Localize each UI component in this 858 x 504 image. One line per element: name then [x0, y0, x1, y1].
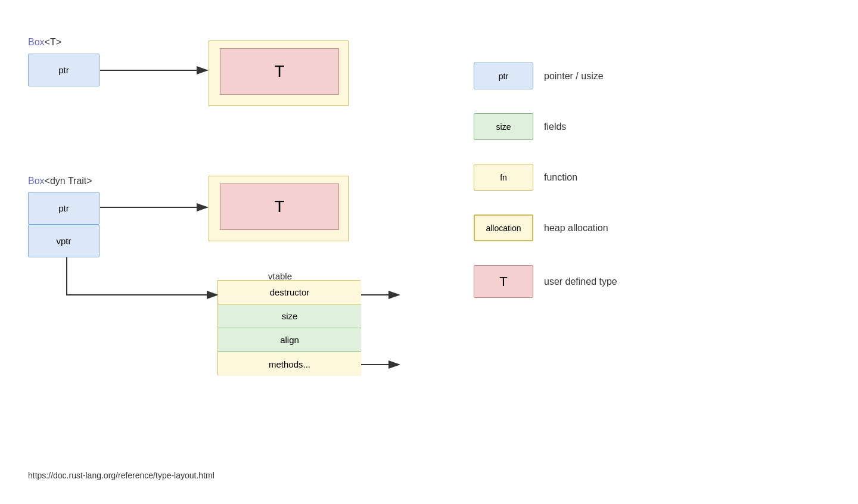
diagram-container: Box<T> ptr T Box<dyn Trait> ptr vptr T v…: [0, 0, 858, 504]
box-t-heap-outer: T: [209, 41, 349, 106]
legend-ptr-box: ptr: [474, 63, 533, 89]
box-t-label: Box<T>: [28, 37, 61, 48]
vtable-row-destructor: destructor: [218, 281, 361, 304]
legend-udt: T user defined type: [474, 265, 617, 298]
box-t-ptr-cell: ptr: [28, 54, 100, 86]
box-dyn-vptr-cell: vptr: [28, 225, 100, 257]
legend-fields: size fields: [474, 113, 566, 140]
vtable-outer: destructor size align methods...: [217, 280, 360, 375]
legend-udt-box: T: [474, 265, 533, 298]
box-dyn-heap-outer: T: [209, 176, 349, 241]
arrows-svg: [0, 0, 858, 504]
legend-allocation-box: allocation: [474, 214, 533, 241]
vtable-row-align: align: [218, 328, 361, 352]
vtable-row-size: size: [218, 304, 361, 328]
vtable-row-methods: methods...: [218, 352, 361, 376]
legend-fn: fn function: [474, 164, 577, 191]
box-dyn-ptr-cell: ptr: [28, 192, 100, 225]
footer-url: https://doc.rust-lang.org/reference/type…: [28, 471, 214, 480]
legend-fn-box: fn: [474, 164, 533, 191]
legend-ptr: ptr pointer / usize: [474, 63, 604, 89]
box-t-udt: T: [220, 48, 339, 95]
box-dyn-label: Box<dyn Trait>: [28, 176, 92, 186]
legend-allocation: allocation heap allocation: [474, 214, 608, 241]
legend-fields-box: size: [474, 113, 533, 140]
box-dyn-udt: T: [220, 183, 339, 230]
